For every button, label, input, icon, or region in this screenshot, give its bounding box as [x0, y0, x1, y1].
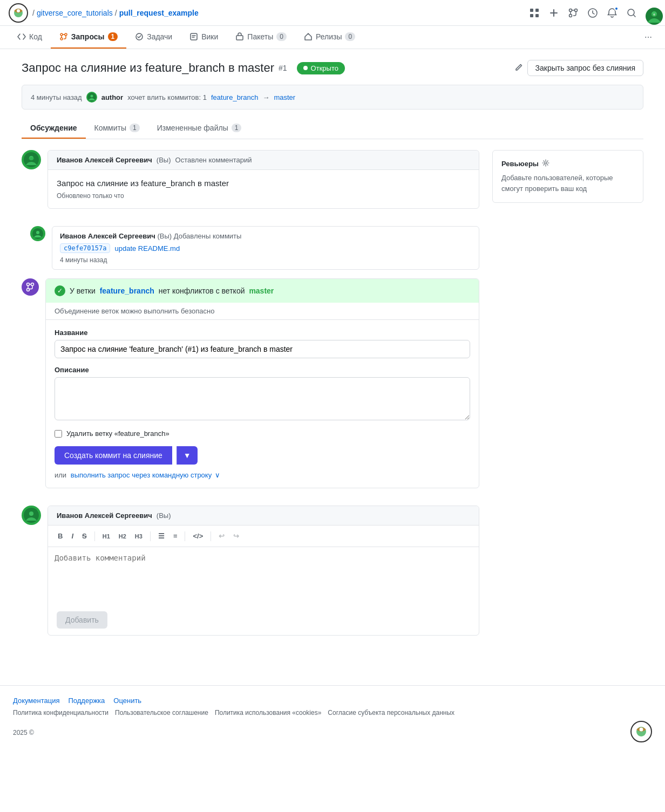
commit-message-link[interactable]: update README.md	[114, 244, 180, 253]
toolbar-code[interactable]: </>	[189, 530, 206, 542]
svg-point-32	[545, 162, 547, 164]
toolbar-divider-3	[185, 531, 185, 541]
merge-form: Название Описание Удалить ветку «feature…	[46, 320, 479, 488]
footer-logo	[630, 721, 652, 744]
toolbar-italic[interactable]: I	[68, 530, 77, 542]
tab-changed-files[interactable]: Измененные файлы 1	[148, 118, 250, 139]
nav-releases[interactable]: Релизы 0	[295, 26, 364, 49]
footer-policy-terms[interactable]: Пользовательское соглашение	[115, 709, 208, 717]
comment-body-text: Запрос на слияние из feature_branch в ma…	[57, 179, 470, 188]
user-avatar-header[interactable]	[646, 8, 656, 18]
toolbar-ol[interactable]: ≡	[170, 530, 181, 542]
footer-policy: Политика конфиденциальности Пользователь…	[13, 709, 652, 717]
footer-link-support[interactable]: Поддержка	[69, 697, 105, 705]
commit-time: 4 минуты назад	[60, 256, 471, 264]
comment-timestamp: Обновлено только что	[57, 192, 470, 200]
first-comment-card: Иванов Алексей Сергеевич (Вы) Оставлен к…	[48, 150, 479, 209]
nav-packages[interactable]: Пакеты 0	[227, 26, 295, 49]
comment-author-you: (Вы)	[157, 156, 171, 164]
tab-commits[interactable]: Коммиты 1	[86, 118, 148, 139]
editor-avatar-col	[22, 506, 41, 644]
top-header: / gitverse_core_tutorials / pull_request…	[0, 0, 665, 26]
nav-wiki[interactable]: Вики	[181, 26, 227, 49]
footer-policy-privacy[interactable]: Политика конфиденциальности	[13, 709, 108, 717]
footer-link-rate[interactable]: Оценить	[113, 697, 141, 705]
pr-author-avatar-sm	[86, 92, 97, 103]
breadcrumb-org[interactable]: gitverse_core_tutorials	[37, 9, 113, 17]
main-container: Запрос на слияние из feature_branch в ma…	[9, 49, 656, 664]
merge-name-input[interactable]	[55, 340, 470, 358]
merge-master-branch: master	[249, 286, 274, 295]
pr-title-row: Запрос на слияние из feature_branch в ma…	[22, 60, 643, 76]
comment-action: Оставлен комментарий	[175, 156, 252, 164]
svg-point-35	[640, 728, 643, 732]
toolbar-ul[interactable]: ☰	[155, 530, 168, 542]
footer-policy-cookies[interactable]: Политика использования «cookies»	[215, 709, 321, 717]
pr-tabs: Обсуждение Коммиты 1 Измененные файлы 1	[22, 118, 643, 139]
editor-author-you: (Вы)	[157, 511, 171, 520]
pr-author-name: author	[101, 93, 123, 101]
grid-icon[interactable]	[529, 8, 540, 18]
merge-desc-textarea[interactable]	[55, 377, 470, 420]
merge-dropdown-button[interactable]: ▼	[177, 446, 198, 465]
breadcrumb-repo[interactable]: pull_request_example	[119, 9, 199, 17]
toolbar-h3[interactable]: H3	[132, 531, 146, 542]
svg-point-7	[569, 9, 572, 11]
svg-point-29	[31, 283, 34, 286]
toolbar-h1[interactable]: H1	[99, 531, 113, 542]
comment-textarea[interactable]	[55, 554, 472, 597]
nav-pullrequests[interactable]: Запросы 1	[51, 26, 126, 49]
footer-policy-personal[interactable]: Согласие субъекта персональных данных	[328, 709, 454, 717]
reviewers-hint: Добавьте пользователей, которые смогут п…	[501, 173, 634, 194]
bell-icon[interactable]	[607, 8, 618, 18]
merge-subtitle: Объединение веток можно выполнить безопа…	[46, 303, 479, 320]
delete-branch-label: Удалить ветку «feature_branch»	[66, 429, 169, 438]
merge-commit-button[interactable]: Создать коммит на слияние	[55, 446, 172, 465]
avatar-col	[22, 150, 41, 217]
plus-icon[interactable]	[548, 8, 559, 18]
toolbar-redo[interactable]: ↪	[230, 530, 242, 542]
reviewers-settings-icon[interactable]	[542, 159, 549, 168]
submit-comment-button[interactable]: Добавить	[57, 611, 107, 629]
svg-point-11	[628, 9, 634, 16]
delete-branch-checkbox[interactable]	[55, 430, 62, 438]
svg-point-17	[65, 33, 67, 36]
breadcrumb-separator: /	[115, 9, 117, 17]
nav-more-icon[interactable]: ⋯	[640, 26, 656, 48]
cmd-line-link[interactable]: выполнить запрос через командную строку	[71, 471, 212, 479]
delete-branch-row: Удалить ветку «feature_branch»	[55, 429, 470, 438]
search-icon[interactable]	[626, 8, 637, 18]
comment-header: Иванов Алексей Сергеевич (Вы) Оставлен к…	[48, 151, 479, 170]
nav-code[interactable]: Код	[9, 26, 51, 49]
toolbar-bold[interactable]: B	[55, 530, 66, 542]
content-layout: Иванов Алексей Сергеевич (Вы) Оставлен к…	[22, 150, 643, 653]
nav-tasks[interactable]: Задачи	[126, 26, 181, 49]
breadcrumb: / gitverse_core_tutorials / pull_request…	[32, 9, 199, 17]
comment-editor-card: Иванов Алексей Сергеевич (Вы) B I S H1 H…	[48, 506, 479, 636]
toolbar-divider-2	[150, 531, 151, 541]
pr-arrow: →	[262, 93, 269, 101]
tab-discussion[interactable]: Обсуждение	[22, 118, 86, 139]
clock-icon[interactable]	[587, 8, 598, 18]
site-logo[interactable]	[9, 3, 28, 23]
svg-point-26	[36, 231, 39, 234]
commit-hash[interactable]: c9efe70157a	[60, 243, 110, 253]
toolbar-h2[interactable]: H2	[116, 531, 130, 542]
toolbar-undo[interactable]: ↩	[215, 530, 228, 542]
breadcrumb-separator-slash: /	[32, 9, 35, 17]
pr-number: #1	[279, 64, 287, 72]
editor-footer: Добавить	[48, 605, 479, 635]
edit-icon[interactable]	[514, 63, 523, 73]
commit-author-you: (Вы)	[157, 232, 172, 240]
pr-from-branch[interactable]: feature_branch	[211, 93, 258, 101]
footer-link-docs[interactable]: Документация	[13, 697, 60, 705]
toolbar-strike[interactable]: S	[79, 530, 90, 542]
pr-nav-icon[interactable]	[568, 8, 579, 18]
svg-point-31	[29, 511, 33, 516]
content-main: Иванов Алексей Сергеевич (Вы) Оставлен к…	[22, 150, 479, 653]
pr-to-branch[interactable]: master	[274, 93, 295, 101]
close-pr-button[interactable]: Закрыть запрос без слияния	[527, 60, 643, 76]
svg-rect-3	[530, 9, 533, 12]
comment-body: Запрос на слияние из feature_branch в ma…	[48, 170, 479, 208]
merge-section-card: ✓ У ветки feature_branch нет конфликтов …	[45, 278, 479, 488]
